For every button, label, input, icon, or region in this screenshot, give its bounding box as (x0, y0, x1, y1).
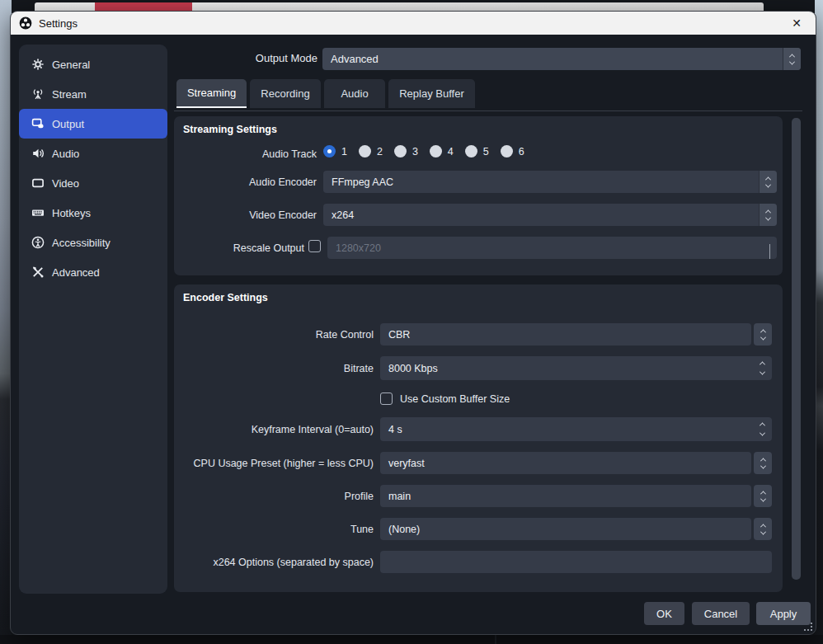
keyframe-interval-spinbox[interactable]: 4 s (380, 417, 772, 441)
speaker-icon (31, 147, 45, 160)
sidebar-item-general[interactable]: General (19, 49, 167, 79)
bitrate-label: Bitrate (174, 363, 374, 374)
chevron-updown-icon[interactable] (783, 48, 801, 70)
sidebar-label: Hotkeys (52, 207, 91, 219)
obs-logo-icon (19, 16, 32, 30)
audio-encoder-value: FFmpeg AAC (332, 176, 393, 188)
chevron-updown-icon[interactable] (754, 323, 772, 346)
radio-icon[interactable] (465, 145, 477, 157)
sidebar-label: General (52, 59, 90, 71)
titlebar[interactable]: Settings ✕ (11, 12, 816, 35)
sidebar-item-advanced[interactable]: Advanced (19, 257, 167, 287)
vertical-scrollbar[interactable] (792, 118, 801, 580)
rescale-output-checkbox[interactable] (308, 240, 321, 252)
x264-options-label: x264 Options (separated by space) (174, 557, 374, 568)
sidebar-label: Accessibility (52, 237, 111, 249)
chevron-updown-icon[interactable] (759, 204, 777, 226)
audio-track-label: Audio Track (174, 148, 317, 160)
output-mode-select[interactable]: Advanced (322, 48, 801, 70)
rescale-resolution-select: 1280x720 (327, 237, 777, 259)
tune-value: (None) (388, 524, 420, 535)
bitrate-spinbox[interactable]: 8000 Kbps (380, 356, 772, 380)
sidebar-item-output[interactable]: Output (19, 109, 167, 139)
sidebar-label: Video (52, 177, 79, 190)
output-icon (31, 117, 45, 130)
sidebar-label: Audio (52, 148, 79, 160)
radio-icon[interactable] (359, 145, 371, 157)
ok-button[interactable]: OK (644, 602, 684, 625)
spinner-arrows-icon[interactable] (760, 356, 764, 380)
radio-icon[interactable] (394, 145, 407, 157)
radio-label: 5 (483, 146, 489, 157)
chevron-updown-icon[interactable] (759, 171, 777, 193)
screen: Settings ✕ General (0, 0, 823, 644)
profile-value: main (388, 491, 411, 502)
tab-divider (174, 110, 802, 111)
radio-icon[interactable] (430, 145, 442, 157)
output-mode-value: Advanced (331, 53, 379, 65)
sidebar-item-hotkeys[interactable]: Hotkeys (19, 198, 167, 228)
x264-options-input[interactable] (380, 551, 772, 573)
rescale-resolution-value: 1280x720 (336, 242, 381, 254)
encoder-settings-title: Encoder Settings (183, 292, 268, 303)
cancel-button[interactable]: Cancel (692, 602, 750, 625)
radio-label: 3 (412, 146, 418, 157)
tune-select[interactable]: (None) (380, 518, 751, 540)
tab-audio[interactable]: Audio (324, 79, 385, 108)
audio-encoder-select[interactable]: FFmpeg AAC (323, 171, 777, 193)
sidebar-label: Advanced (52, 266, 100, 279)
radio-label: 2 (377, 146, 383, 157)
radio-selected-icon[interactable] (323, 145, 336, 157)
profile-select[interactable]: main (380, 485, 751, 507)
accessibility-icon (31, 236, 45, 249)
radio-label: 1 (341, 146, 347, 157)
chevron-updown-icon[interactable] (754, 452, 772, 474)
streaming-settings-title: Streaming Settings (183, 124, 277, 135)
custom-buffer-checkbox[interactable] (380, 393, 393, 405)
video-encoder-value: x264 (332, 209, 354, 221)
sidebar-item-audio[interactable]: Audio (19, 139, 167, 168)
keyframe-interval-value: 4 s (388, 424, 402, 435)
audio-track-radio-3[interactable]: 3 (394, 145, 418, 157)
tab-label: Audio (341, 87, 368, 100)
chevron-down-icon (769, 245, 770, 260)
tab-label: Replay Buffer (399, 87, 464, 100)
cpu-preset-label: CPU Usage Preset (higher = less CPU) (174, 458, 374, 469)
window-title: Settings (39, 17, 78, 30)
background-window-bottom (0, 635, 823, 644)
audio-track-radio-4[interactable]: 4 (430, 145, 454, 157)
tab-recording[interactable]: Recording (250, 79, 321, 108)
sidebar-item-stream[interactable]: Stream (19, 79, 167, 109)
display-icon (31, 176, 45, 190)
tune-label: Tune (174, 524, 374, 535)
cpu-preset-select[interactable]: veryfast (380, 452, 751, 474)
rate-control-value: CBR (388, 329, 410, 341)
chevron-updown-icon[interactable] (754, 485, 772, 507)
audio-encoder-label: Audio Encoder (174, 176, 317, 188)
sidebar-item-video[interactable]: Video (19, 168, 167, 198)
keyboard-icon (31, 206, 45, 219)
spinner-arrows-icon[interactable] (760, 417, 764, 441)
video-encoder-select[interactable]: x264 (323, 204, 777, 226)
apply-button[interactable]: Apply (756, 602, 811, 625)
sidebar-item-accessibility[interactable]: Accessibility (19, 228, 167, 257)
radio-icon[interactable] (501, 145, 513, 157)
profile-label: Profile (174, 491, 374, 502)
resize-grip[interactable] (804, 623, 812, 631)
tab-label: Streaming (187, 87, 236, 99)
audio-track-radio-1[interactable]: 1 (323, 145, 347, 157)
rate-control-select[interactable]: CBR (380, 323, 751, 346)
close-icon[interactable]: ✕ (784, 12, 809, 34)
audio-track-radio-2[interactable]: 2 (359, 145, 383, 157)
audio-track-radio-5[interactable]: 5 (465, 145, 489, 157)
audio-track-radio-6[interactable]: 6 (501, 145, 524, 157)
settings-window: Settings ✕ General (10, 11, 816, 635)
tab-streaming[interactable]: Streaming (176, 79, 247, 108)
radio-label: 4 (448, 146, 454, 157)
video-encoder-label: Video Encoder (174, 209, 317, 221)
chevron-updown-icon[interactable] (754, 518, 772, 540)
tab-replay-buffer[interactable]: Replay Buffer (388, 79, 475, 108)
background-divider (495, 635, 496, 644)
broadcast-icon (31, 87, 45, 101)
custom-buffer-label: Use Custom Buffer Size (400, 393, 510, 405)
